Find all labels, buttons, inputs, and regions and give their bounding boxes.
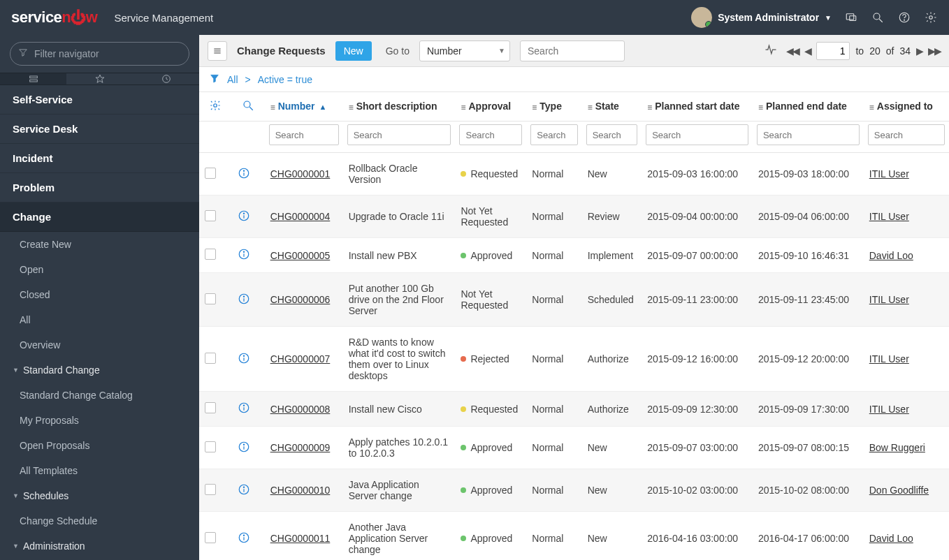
assigned-to-link[interactable]: David Loo [869, 533, 913, 544]
chat-icon[interactable] [844, 10, 858, 24]
row-checkbox[interactable] [205, 293, 216, 304]
column-planned-end[interactable]: ≡Planned end date [753, 92, 864, 121]
column-search-toggle[interactable] [232, 92, 265, 121]
row-checkbox[interactable] [205, 249, 216, 260]
row-checkbox[interactable] [205, 210, 216, 221]
help-icon[interactable] [897, 10, 911, 24]
number-link[interactable]: CHG0000011 [270, 533, 331, 544]
search-planned-start[interactable] [646, 124, 748, 145]
nav-app-problem[interactable]: Problem [0, 173, 199, 202]
svg-point-31 [243, 355, 244, 356]
number-link[interactable]: CHG0000010 [270, 485, 331, 496]
pager-total: 34 [899, 45, 911, 57]
nav-app-incident[interactable]: Incident [0, 144, 199, 173]
nav-app-change[interactable]: Change [0, 202, 199, 232]
row-checkbox[interactable] [205, 532, 216, 543]
row-checkbox[interactable] [205, 441, 216, 452]
search-icon[interactable] [871, 10, 885, 24]
nav-group-administration[interactable]: ▼Administration [0, 533, 199, 559]
info-icon[interactable] [238, 535, 250, 546]
nav-group-standard-change[interactable]: ▼Standard Change [0, 358, 199, 383]
nav-module-open[interactable]: Open [0, 257, 199, 282]
nav-app-self-service[interactable]: Self-Service [0, 85, 199, 115]
search-state[interactable] [586, 124, 638, 145]
column-approval[interactable]: ≡Approval [455, 92, 526, 121]
gear-icon[interactable] [924, 10, 938, 24]
column-number[interactable]: ≡Number ▲ [265, 92, 343, 121]
nav-module-open-proposals[interactable]: Open Proposals [0, 433, 199, 458]
number-link[interactable]: CHG0000005 [270, 250, 331, 261]
breadcrumb-condition[interactable]: Active = true [258, 74, 312, 85]
nav-module-my-proposals[interactable]: My Proposals [0, 408, 199, 433]
assigned-to-link[interactable]: ITIL User [869, 168, 909, 179]
assigned-to-link[interactable]: Bow Ruggeri [869, 442, 925, 453]
row-checkbox[interactable] [205, 353, 216, 364]
info-icon[interactable] [238, 170, 250, 182]
assigned-to-link[interactable]: ITIL User [869, 294, 909, 305]
info-icon[interactable] [238, 487, 250, 498]
column-type[interactable]: ≡Type [526, 92, 581, 121]
activity-icon[interactable] [764, 43, 778, 59]
info-icon[interactable] [238, 405, 250, 416]
row-checkbox[interactable] [205, 484, 216, 495]
nav-module-overview[interactable]: Overview [0, 332, 199, 358]
search-type[interactable] [530, 124, 577, 145]
info-icon[interactable] [238, 444, 250, 455]
info-icon[interactable] [238, 213, 250, 224]
info-icon[interactable] [238, 251, 250, 263]
funnel-icon[interactable] [209, 71, 220, 87]
number-link[interactable]: CHG0000008 [270, 404, 331, 415]
column-assigned-to[interactable]: ≡Assigned to [864, 92, 949, 121]
assigned-to-link[interactable]: ITIL User [869, 404, 909, 415]
search-planned-end[interactable] [757, 124, 860, 145]
column-short-description[interactable]: ≡Short description [343, 92, 456, 121]
nav-tab-all[interactable] [0, 73, 66, 84]
column-state[interactable]: ≡State [582, 92, 642, 121]
pager-prev[interactable]: ◀ [804, 45, 811, 57]
nav-group-schedules[interactable]: ▼Schedules [0, 483, 199, 508]
nav-module-create-new[interactable]: Create New [0, 232, 199, 257]
search-number[interactable] [269, 124, 339, 145]
number-link[interactable]: CHG0000009 [270, 442, 331, 453]
new-button[interactable]: New [335, 41, 372, 61]
search-short-description[interactable] [347, 124, 451, 145]
row-checkbox[interactable] [205, 168, 216, 179]
pager-current-input[interactable] [816, 42, 850, 60]
number-link[interactable]: CHG0000006 [270, 294, 331, 305]
list-menu-button[interactable] [208, 41, 227, 61]
nav-module-all-templates[interactable]: All Templates [0, 458, 199, 483]
table-row: CHG0000005 Install new PBX Approved Norm… [199, 238, 949, 273]
number-link[interactable]: CHG0000007 [270, 353, 331, 364]
nav-tab-history[interactable] [133, 73, 199, 84]
nav-module-all[interactable]: All [0, 307, 199, 332]
assigned-to-link[interactable]: Don Goodliffe [869, 485, 929, 496]
goto-field-select[interactable]: Number ▼ [419, 40, 510, 61]
breadcrumb-all[interactable]: All [227, 74, 238, 85]
number-link[interactable]: CHG0000004 [270, 211, 331, 222]
nav-module-closed[interactable]: Closed [0, 282, 199, 307]
pager-first[interactable]: ◀◀ [786, 45, 799, 57]
nav-module-standard-change-catalog[interactable]: Standard Change Catalog [0, 383, 199, 408]
search-approval[interactable] [459, 124, 522, 145]
column-planned-start[interactable]: ≡Planned start date [642, 92, 753, 121]
search-assigned-to[interactable] [868, 124, 945, 145]
assigned-to-link[interactable]: ITIL User [869, 211, 909, 222]
assigned-to-link[interactable]: David Loo [869, 250, 913, 261]
filter-navigator-input[interactable] [10, 42, 189, 66]
nav-tab-favorites[interactable] [66, 73, 133, 84]
number-link[interactable]: CHG0000001 [270, 168, 331, 179]
nav-module-change-schedule[interactable]: Change Schedule [0, 508, 199, 533]
user-menu[interactable]: System Administrator ▼ [691, 7, 832, 28]
nav-app-service-desk[interactable]: Service Desk [0, 115, 199, 144]
cell-planned-end: 2016-04-17 06:00:00 [753, 512, 864, 561]
info-icon[interactable] [238, 296, 250, 307]
row-checkbox[interactable] [205, 402, 216, 413]
pager-last[interactable]: ▶▶ [928, 45, 941, 57]
info-icon[interactable] [238, 355, 250, 367]
goto-search-input[interactable] [520, 40, 625, 61]
assigned-to-link[interactable]: ITIL User [869, 353, 909, 364]
cell-planned-start: 2015-09-07 03:00:00 [642, 427, 753, 469]
column-gear[interactable] [199, 92, 232, 121]
pager-next[interactable]: ▶ [916, 45, 922, 57]
cell-approval: Approved [461, 250, 521, 261]
